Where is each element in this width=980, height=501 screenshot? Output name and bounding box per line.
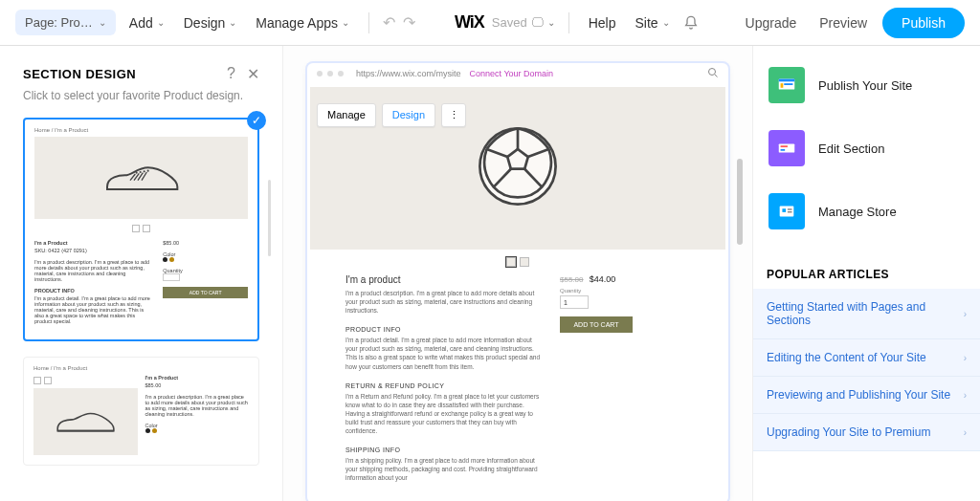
chevron-down-icon: ⌄ [99, 17, 106, 28]
article-link[interactable]: Upgrading Your Site to Premium › [753, 414, 980, 451]
svg-rect-15 [782, 208, 786, 212]
connect-domain-link[interactable]: Connect Your Domain [470, 69, 554, 78]
page-selector-label: Page: Pro… [25, 15, 93, 30]
article-label: Getting Started with Pages and Sections [767, 300, 964, 327]
window-dot [327, 71, 333, 76]
thumb[interactable] [33, 377, 41, 384]
card-edit-section[interactable]: Edit Section [763, 117, 970, 180]
thumb[interactable] [506, 257, 516, 267]
card-label: Manage Store [818, 205, 897, 219]
divider [568, 12, 569, 33]
more-button[interactable]: ⋮ [441, 103, 466, 127]
card-hero [33, 388, 138, 455]
top-bar: Page: Pro… ⌄ Add ⌄ Design ⌄ Manage Apps … [0, 0, 980, 46]
card-publish-site[interactable]: Publish Your Site [763, 54, 970, 117]
card-manage-store[interactable]: Manage Store [763, 180, 970, 243]
add-to-cart-button[interactable]: ADD TO CART [163, 287, 248, 298]
add-menu[interactable]: Add ⌄ [123, 11, 170, 34]
chevron-right-icon: › [964, 427, 967, 438]
upgrade-button[interactable]: Upgrade [738, 11, 805, 34]
section-head: RETURN & REFUND POLICY [345, 382, 541, 389]
qty-box[interactable] [163, 273, 180, 281]
design-button[interactable]: Design [382, 103, 435, 127]
shoe-icon [55, 407, 116, 436]
article-link[interactable]: Getting Started with Pages and Sections … [753, 289, 980, 339]
swatch[interactable] [169, 257, 174, 262]
article-label: Upgrading Your Site to Premium [767, 425, 930, 439]
stage-browser-bar: https://www.wix.com/mysite Connect Your … [307, 63, 728, 84]
close-icon[interactable]: ✕ [247, 65, 259, 83]
card-hidden[interactable] [763, 46, 970, 54]
window-dot [317, 71, 323, 76]
chevron-right-icon: › [964, 390, 967, 401]
section-body: I'm a product detail. I'm a great place … [34, 295, 153, 324]
wix-logo: WiX [455, 12, 484, 33]
article-links: Getting Started with Pages and Sections … [753, 289, 980, 451]
store-icon [768, 193, 805, 229]
thumb[interactable] [520, 257, 529, 267]
scrollbar[interactable] [737, 159, 743, 245]
section-body: I'm a shipping policy. I'm a great place… [345, 456, 541, 482]
manage-apps-menu[interactable]: Manage Apps ⌄ [250, 11, 355, 34]
svg-rect-10 [781, 83, 784, 88]
site-menu[interactable]: Site ⌄ [629, 11, 675, 34]
chevron-right-icon: › [964, 309, 967, 319]
chevron-right-icon: › [964, 353, 967, 363]
thumb[interactable] [132, 225, 140, 232]
qty-label: Quantity [163, 268, 248, 273]
section-body: I'm a Return and Refund policy. I'm a gr… [345, 392, 541, 435]
svg-rect-16 [788, 208, 792, 209]
card-hero [34, 137, 248, 219]
save-status[interactable]: Saved 🖵 ⌄ [492, 15, 555, 30]
section-body: I'm a product detail. I'm a great place … [345, 336, 541, 370]
color-swatches [163, 257, 248, 262]
design-menu[interactable]: Design ⌄ [178, 11, 243, 34]
redo-icon[interactable]: ↷ [403, 13, 415, 32]
help-icon[interactable]: ? [227, 65, 235, 83]
address-bar: https://www.wix.com/mysite [356, 69, 461, 78]
chevron-down-icon: ⌄ [342, 17, 349, 28]
svg-point-0 [135, 172, 137, 174]
swatch[interactable] [145, 428, 150, 433]
scrollbar[interactable] [268, 180, 271, 256]
add-menu-label: Add [129, 15, 153, 31]
swatch[interactable] [152, 428, 157, 433]
save-status-label: Saved [492, 15, 527, 30]
undo-icon[interactable]: ↶ [383, 13, 395, 32]
swatch[interactable] [163, 257, 167, 262]
svg-point-4 [709, 69, 716, 76]
chevron-down-icon: ⌄ [547, 17, 555, 28]
product-title: I'm a product [345, 274, 541, 285]
svg-point-1 [139, 171, 141, 173]
search-icon[interactable] [707, 67, 719, 80]
publish-button[interactable]: Publish [882, 8, 965, 38]
qty-input[interactable]: 1 [560, 295, 589, 309]
thumb[interactable] [143, 225, 150, 232]
section-design-panel: SECTION DESIGN ? ✕ Click to select your … [0, 46, 283, 501]
product-desc: I'm a product description. I'm a great p… [145, 394, 250, 417]
qty-label: Quantity [560, 288, 690, 294]
product-desc: I'm a product description. I'm a great p… [34, 259, 153, 282]
help-menu[interactable]: Help [583, 11, 622, 34]
design-option-1[interactable]: Home / I'm a Product I'm a Product SKU: … [23, 118, 259, 341]
main-area: SECTION DESIGN ? ✕ Click to select your … [0, 46, 980, 501]
price-old: $55.00 [560, 275, 583, 284]
article-link[interactable]: Previewing and Publishing Your Site › [753, 377, 980, 414]
design-option-2[interactable]: Home / I'm a Product I'm a Pro [23, 357, 259, 466]
article-link[interactable]: Editing the Content of Your Site › [753, 339, 980, 377]
right-panel: Publish Your Site Edit Section Manage St… [752, 46, 980, 501]
breadcrumb: Home / I'm a Product [34, 127, 248, 133]
page-selector[interactable]: Page: Pro… ⌄ [15, 10, 116, 35]
section-head: SHIPPING INFO [345, 447, 541, 453]
svg-rect-17 [788, 211, 792, 212]
edit-icon [768, 130, 805, 166]
preview-stage[interactable]: https://www.wix.com/mysite Connect Your … [307, 63, 728, 501]
bell-icon[interactable] [683, 15, 699, 31]
add-to-cart-button[interactable]: ADD TO CART [560, 316, 633, 333]
article-label: Previewing and Publishing Your Site [767, 388, 950, 402]
preview-button[interactable]: Preview [812, 11, 875, 34]
stage-toolbar: Manage Design ⋮ [317, 103, 466, 127]
card-label: Publish Your Site [818, 78, 912, 93]
manage-button[interactable]: Manage [317, 103, 376, 127]
thumb[interactable] [44, 377, 52, 384]
